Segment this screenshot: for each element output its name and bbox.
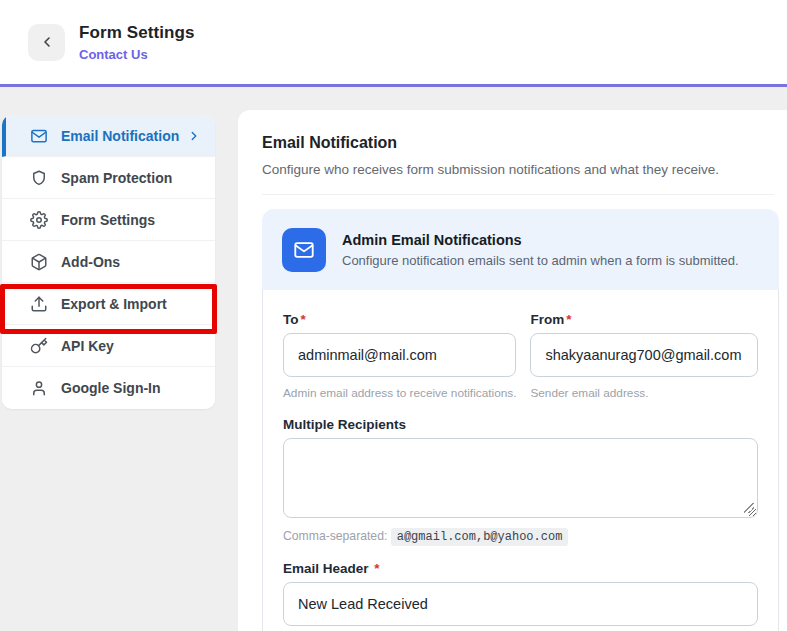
- sidebar-item-label: Export & Import: [61, 296, 167, 312]
- admin-email-card-header: Admin Email Notifications Configure noti…: [262, 209, 779, 290]
- to-input[interactable]: [283, 333, 516, 377]
- key-icon: [30, 337, 48, 355]
- back-button[interactable]: [28, 24, 65, 61]
- to-helper-text: Admin email address to receive notificat…: [283, 386, 516, 400]
- from-helper-text: Sender email address.: [530, 386, 758, 400]
- from-input[interactable]: [530, 333, 758, 377]
- sidebar-item-export-import[interactable]: Export & Import: [2, 283, 215, 325]
- required-marker: *: [301, 312, 306, 327]
- upload-icon: [30, 295, 48, 313]
- admin-email-card-body: To* Admin email address to receive notif…: [262, 290, 779, 631]
- multiple-recipients-helper: Comma-separated: a@gmail.com,b@yahoo.com: [283, 529, 758, 544]
- example-code-chip: a@gmail.com,b@yahoo.com: [391, 528, 569, 546]
- sidebar-item-form-settings[interactable]: Form Settings: [2, 199, 215, 241]
- sidebar-item-api-key[interactable]: API Key: [2, 325, 215, 367]
- mail-badge-icon: [282, 228, 326, 272]
- sidebar-item-spam-protection[interactable]: Spam Protection: [2, 157, 215, 199]
- chevron-right-icon: [187, 129, 201, 143]
- section-description: Configure who receives form submission n…: [262, 162, 774, 177]
- page-header: Form Settings Contact Us: [0, 0, 787, 87]
- admin-email-card: Admin Email Notifications Configure noti…: [262, 209, 779, 631]
- user-icon: [30, 379, 48, 397]
- email-notification-panel: Email Notification Configure who receive…: [238, 110, 787, 631]
- multiple-recipients-label: Multiple Recipients: [283, 417, 758, 432]
- required-marker: *: [374, 561, 379, 576]
- email-header-label: Email Header *: [283, 561, 758, 576]
- section-divider: [262, 194, 774, 195]
- section-title: Email Notification: [262, 134, 774, 152]
- required-marker: *: [566, 312, 571, 327]
- to-label: To*: [283, 312, 516, 327]
- sidebar-item-label: API Key: [61, 338, 114, 354]
- to-field-group: To* Admin email address to receive notif…: [283, 312, 516, 400]
- multiple-recipients-textarea[interactable]: [283, 438, 758, 518]
- from-field-group: From* Sender email address.: [530, 312, 758, 400]
- sidebar-item-label: Email Notification: [61, 128, 179, 144]
- box-icon: [30, 253, 48, 271]
- sidebar-item-email-notification[interactable]: Email Notification: [2, 115, 215, 157]
- page-title: Form Settings: [79, 23, 195, 43]
- card-description: Configure notification emails sent to ad…: [342, 253, 739, 268]
- shield-icon: [30, 169, 48, 187]
- multiple-recipients-group: Multiple Recipients Comma-separated: a@g…: [283, 417, 758, 544]
- sidebar-item-google-sign-in[interactable]: Google Sign-In: [2, 367, 215, 409]
- from-label: From*: [530, 312, 758, 327]
- sidebar-item-label: Form Settings: [61, 212, 155, 228]
- card-title: Admin Email Notifications: [342, 232, 739, 248]
- settings-sidebar: Email Notification Spam Protection Form …: [2, 115, 215, 409]
- chevron-left-icon: [39, 34, 55, 50]
- sidebar-item-label: Spam Protection: [61, 170, 172, 186]
- form-name-link[interactable]: Contact Us: [79, 47, 195, 62]
- email-header-input[interactable]: [283, 582, 758, 626]
- sidebar-item-label: Google Sign-In: [61, 380, 161, 396]
- mail-icon: [30, 127, 48, 145]
- sidebar-item-add-ons[interactable]: Add-Ons: [2, 241, 215, 283]
- email-header-group: Email Header *: [283, 561, 758, 626]
- sidebar-item-label: Add-Ons: [61, 254, 120, 270]
- gear-icon: [30, 211, 48, 229]
